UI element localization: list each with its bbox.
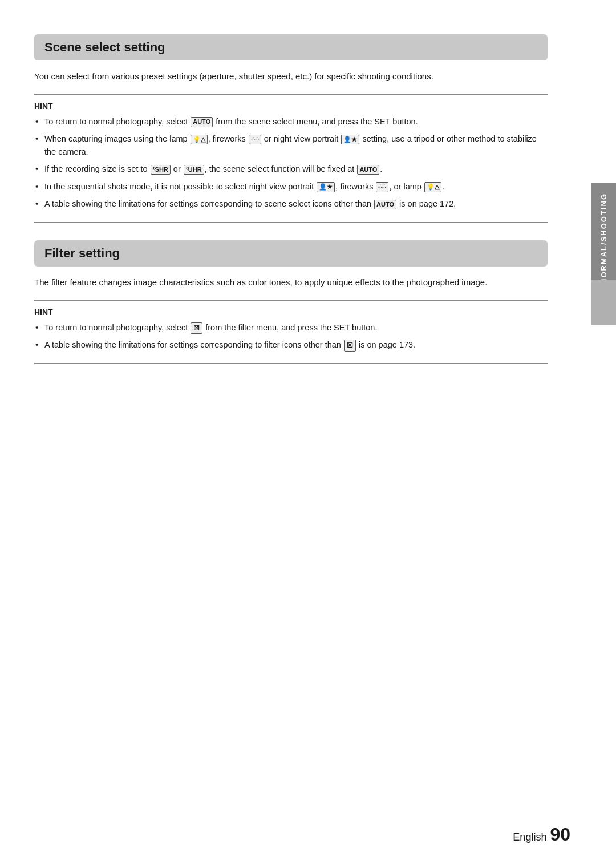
filter-off-icon: ☒ <box>191 322 202 334</box>
6uhr-icon: ⁶UHR <box>184 165 204 175</box>
filter-setting-title: Filter setting <box>44 246 537 261</box>
side-tab-block <box>591 280 616 325</box>
lamp-icon-2: 💡△ <box>424 182 441 192</box>
hint-item: In the sequential shots mode, it is not … <box>34 180 548 193</box>
filter-hint: HINT To return to normal photography, se… <box>34 300 548 364</box>
filter-hint-list: To return to normal photography, select … <box>34 321 548 352</box>
auto-icon: AUTO <box>191 117 213 127</box>
hint-item: When capturing images using the lamp 💡△,… <box>34 132 548 158</box>
auto-icon-2: AUTO <box>357 165 379 175</box>
portrait-icon: 👤★ <box>341 135 359 144</box>
side-tab: NORMAL/SHOOTING <box>584 0 616 868</box>
footer-language: English <box>513 831 546 843</box>
hint-item: To return to normal photography, select … <box>34 115 548 128</box>
side-tab-label: NORMAL/SHOOTING <box>591 183 616 294</box>
scene-select-hint-list: To return to normal photography, select … <box>34 115 548 211</box>
page-container: Scene select setting You can select from… <box>0 0 616 868</box>
filter-setting-intro: The filter feature changes image charact… <box>34 276 548 289</box>
filter-setting-section: Filter setting The filter feature change… <box>34 240 548 364</box>
scene-select-hint-title: HINT <box>34 102 548 111</box>
scene-select-intro: You can select from various preset setti… <box>34 70 548 83</box>
scene-select-hint: HINT To return to normal photography, se… <box>34 94 548 223</box>
filter-off-icon-2: ☒ <box>344 340 356 352</box>
hint-item: If the recording size is set to ⁶SHR or … <box>34 163 548 175</box>
fireworks-icon-2: ∴∴ <box>376 182 388 192</box>
fireworks-icon: ∴∴ <box>249 135 261 144</box>
hint-item: To return to normal photography, select … <box>34 321 548 334</box>
6shr-icon: ⁶SHR <box>151 165 171 175</box>
footer-page-number: 90 <box>550 824 570 845</box>
scene-select-heading: Scene select setting <box>34 34 548 60</box>
hint-item: A table showing the limitations for sett… <box>34 197 548 210</box>
filter-hint-title: HINT <box>34 308 548 317</box>
scene-select-title: Scene select setting <box>44 40 537 55</box>
main-content: Scene select setting You can select from… <box>0 0 582 868</box>
lamp-icon: 💡△ <box>191 135 208 144</box>
hint-item: A table showing the limitations for sett… <box>34 338 548 352</box>
auto-icon-3: AUTO <box>374 200 396 209</box>
filter-setting-heading: Filter setting <box>34 240 548 267</box>
scene-select-section: Scene select setting You can select from… <box>34 34 548 223</box>
portrait-icon-2: 👤★ <box>317 182 335 192</box>
page-footer: English 90 <box>513 824 570 845</box>
